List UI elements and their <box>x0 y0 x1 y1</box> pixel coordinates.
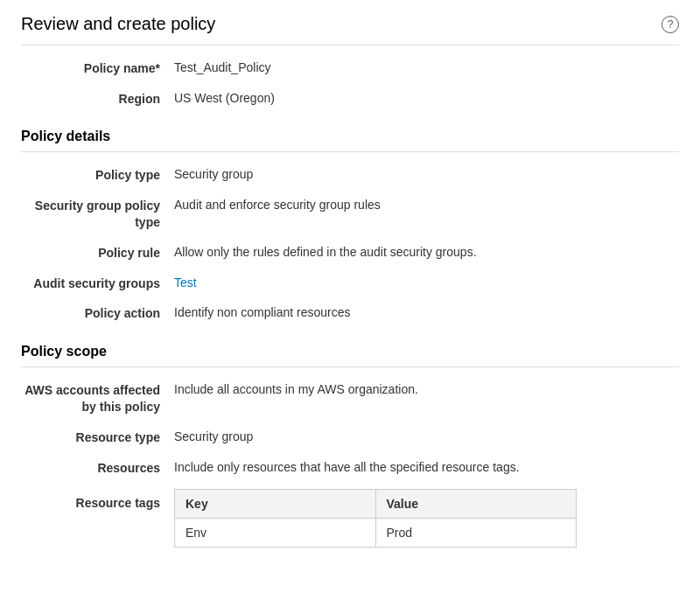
audit-sg-label: Audit security groups <box>21 275 174 293</box>
region-row: Region US West (Oregon) <box>21 90 679 108</box>
policy-details-heading: Policy details <box>21 120 679 152</box>
policy-name-row: Policy name* Test_Audit_Policy <box>21 59 679 78</box>
table-col-value: Value <box>375 490 577 519</box>
resources-label: Resources <box>21 459 174 478</box>
aws-accounts-value: Include all accounts in my AWS organizat… <box>174 381 679 399</box>
policy-rule-value: Allow only the rules defined in the audi… <box>174 244 679 262</box>
help-icon[interactable]: ? <box>662 16 679 33</box>
policy-rule-row: Policy rule Allow only the rules defined… <box>21 244 679 262</box>
policy-details-section: Policy details Policy type Security grou… <box>21 120 679 323</box>
policy-type-row: Policy type Security group <box>21 166 679 185</box>
region-label: Region <box>21 90 174 108</box>
page-container: Review and create policy ? Policy name* … <box>0 0 700 574</box>
table-col-key: Key <box>175 490 376 519</box>
basic-fields-section: Policy name* Test_Audit_Policy Region US… <box>21 59 679 108</box>
tag-key-cell: Env <box>175 519 376 548</box>
policy-type-value: Security group <box>174 166 679 184</box>
page-title: Review and create policy <box>21 14 215 34</box>
region-value: US West (Oregon) <box>174 90 679 108</box>
resource-tags-label: Resource tags <box>21 489 174 510</box>
policy-rule-label: Policy rule <box>21 244 174 262</box>
policy-name-value: Test_Audit_Policy <box>174 59 679 77</box>
audit-sg-row: Audit security groups Test <box>21 275 679 293</box>
resources-value: Include only resources that have all the… <box>174 459 679 477</box>
sg-policy-type-value: Audit and enforce security group rules <box>174 197 679 214</box>
resource-tags-table: Key Value EnvProd <box>174 489 577 548</box>
table-header-row: Key Value <box>175 490 577 519</box>
policy-scope-heading: Policy scope <box>21 335 679 367</box>
policy-action-row: Policy action Identify non compliant res… <box>21 304 679 323</box>
policy-scope-section: Policy scope AWS accounts affected by th… <box>21 335 679 548</box>
sg-policy-type-row: Security group policy type Audit and enf… <box>21 197 679 232</box>
tag-value-cell: Prod <box>375 519 577 548</box>
sg-policy-type-label: Security group policy type <box>21 197 174 232</box>
resource-type-label: Resource type <box>21 429 174 447</box>
aws-accounts-label: AWS accounts affected by this policy <box>21 381 174 416</box>
audit-sg-value[interactable]: Test <box>174 275 679 292</box>
resource-tags-table-container: Key Value EnvProd <box>174 489 577 548</box>
table-row: EnvProd <box>175 519 577 548</box>
policy-type-label: Policy type <box>21 166 174 185</box>
resource-type-value: Security group <box>174 429 679 446</box>
resource-tags-row: Resource tags Key Value EnvProd <box>21 489 679 548</box>
policy-action-value: Identify non compliant resources <box>174 304 679 322</box>
policy-name-label: Policy name* <box>21 59 174 78</box>
policy-action-label: Policy action <box>21 304 174 323</box>
resources-row: Resources Include only resources that ha… <box>21 459 679 478</box>
resource-type-row: Resource type Security group <box>21 429 679 447</box>
aws-accounts-row: AWS accounts affected by this policy Inc… <box>21 381 679 416</box>
page-header: Review and create policy ? <box>21 14 679 45</box>
